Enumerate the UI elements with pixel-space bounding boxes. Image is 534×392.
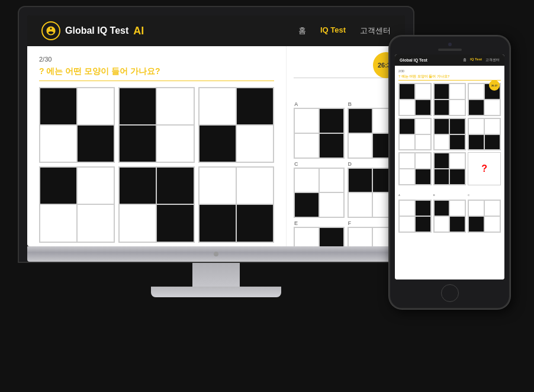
cell (348, 108, 373, 133)
phone-nav: 홈 IQ Test 고객센터 (463, 57, 500, 63)
phone-answer-box-b[interactable] (433, 200, 467, 233)
question-grid: ? (39, 87, 274, 246)
logo-text: Global IQ Test (65, 25, 128, 36)
desktop-website: Global IQ Test AI 홈 IQ Test 고객센터 (27, 15, 405, 246)
phone-speaker (438, 49, 462, 51)
cell (119, 204, 156, 242)
cell (119, 167, 156, 204)
phone-site-header: Global IQ Test 홈 IQ Test 고객센터 (395, 54, 504, 66)
cell (40, 204, 77, 242)
answer-grid: A (294, 102, 398, 246)
phone-grid-7 (398, 152, 432, 185)
site-content: 2/30 ? 에는 어떤 모양이 들어 가나요? (27, 46, 405, 246)
cell (156, 167, 194, 204)
monitor-stand-base (151, 287, 281, 297)
phone-site-wrapper: Global IQ Test 홈 IQ Test 고객센터 26:37 2/30… (395, 54, 504, 279)
cell (348, 227, 373, 246)
cell (319, 192, 344, 217)
answer-label-b: B (348, 101, 352, 107)
cell (236, 204, 274, 242)
phone-nav-support[interactable]: 고객센터 (485, 57, 500, 63)
cell (199, 204, 236, 242)
question-counter: 2/30 (39, 56, 274, 63)
cell (348, 192, 373, 217)
answer-option-c[interactable]: C (294, 162, 345, 219)
grid-item-2 (118, 87, 194, 163)
cell (77, 88, 114, 125)
cell (156, 88, 194, 125)
phone-grid-4 (398, 118, 432, 151)
monitor-screen: Global IQ Test AI 홈 IQ Test 고객센터 (27, 15, 405, 246)
cell (236, 125, 274, 162)
answer-option-e[interactable]: E (294, 221, 345, 246)
answer-box-e[interactable] (294, 227, 345, 246)
cell (199, 167, 236, 204)
phone-grid-9: ? (468, 152, 501, 185)
cell (199, 88, 236, 125)
phone-grid-6 (468, 118, 501, 151)
cell (156, 125, 194, 162)
logo-icon (41, 21, 60, 40)
phone-answer-label-c: C (468, 194, 469, 197)
cell (348, 133, 373, 158)
monitor-bezel: Global IQ Test AI 홈 IQ Test 고객센터 (18, 6, 414, 263)
phone-grid-1 (398, 83, 432, 116)
cell (319, 133, 344, 158)
cell (40, 125, 77, 162)
cell (294, 108, 319, 133)
phone-grid-5 (433, 118, 467, 151)
nav-support[interactable]: 고객센터 (360, 25, 391, 36)
nav-home[interactable]: 홈 (298, 25, 306, 36)
cell (294, 227, 319, 246)
site-nav: 홈 IQ Test 고객센터 (298, 25, 391, 36)
grid-item-6 (198, 166, 274, 242)
answer-label-f: F (348, 220, 352, 226)
monitor: Global IQ Test AI 홈 IQ Test 고객센터 (18, 6, 414, 297)
phone-answer-c[interactable]: C (468, 188, 501, 233)
site-header: Global IQ Test AI 홈 IQ Test 고객센터 (27, 15, 405, 46)
scene: Global IQ Test AI 홈 IQ Test 고객센터 (0, 0, 534, 392)
phone-answer-box-a[interactable] (398, 200, 432, 233)
phone-counter: 2/30 (398, 69, 501, 73)
cell (77, 204, 114, 242)
cell (319, 227, 344, 246)
nav-iq-test[interactable]: IQ Test (320, 25, 346, 36)
phone-camera (448, 43, 452, 46)
cell (156, 204, 194, 242)
phone-answer-label-b: B (433, 194, 435, 197)
cell (40, 167, 77, 204)
phone-question-grid: ? (398, 83, 501, 185)
answer-label-e: E (294, 220, 298, 226)
iq-answer-panel: 26:37 A (287, 46, 405, 246)
phone-answer-box-c[interactable] (468, 200, 501, 233)
answer-label-d: D (348, 161, 352, 167)
answer-option-a[interactable]: A (294, 102, 345, 159)
site-logo: Global IQ Test AI (41, 21, 144, 40)
cell (294, 133, 319, 158)
question-text: ? 에는 어떤 모양이 들어 가나요? (39, 66, 274, 81)
grid-item-1 (39, 87, 115, 163)
phone-question-text: ? 에는 어떤 모양이 들어 가나요? (398, 75, 501, 81)
phone-answer-a[interactable]: A (398, 188, 432, 233)
phone-home-button[interactable] (441, 284, 459, 302)
answer-label-a: A (294, 101, 298, 107)
cell (319, 108, 344, 133)
cell (236, 167, 274, 204)
phone-nav-iq-test[interactable]: IQ Test (470, 57, 482, 63)
phone-answer-grid: A B (398, 188, 501, 233)
phone-timer: 26:37 (489, 80, 500, 91)
monitor-stand-neck (192, 263, 240, 287)
answer-box-c[interactable] (294, 168, 345, 219)
cell (319, 168, 344, 193)
logo-ai: AI (133, 25, 144, 37)
cell (199, 125, 236, 162)
phone-answer-b[interactable]: B (433, 188, 467, 233)
phone-logo-text: Global IQ Test (400, 58, 427, 62)
phone-nav-home[interactable]: 홈 (463, 57, 467, 63)
monitor-chin (27, 246, 405, 262)
phone-answer-label-a: A (398, 194, 400, 197)
phone-grid-8 (433, 152, 467, 185)
cell (119, 125, 156, 162)
grid-item-4 (39, 166, 115, 242)
answer-box-a[interactable] (294, 108, 345, 159)
